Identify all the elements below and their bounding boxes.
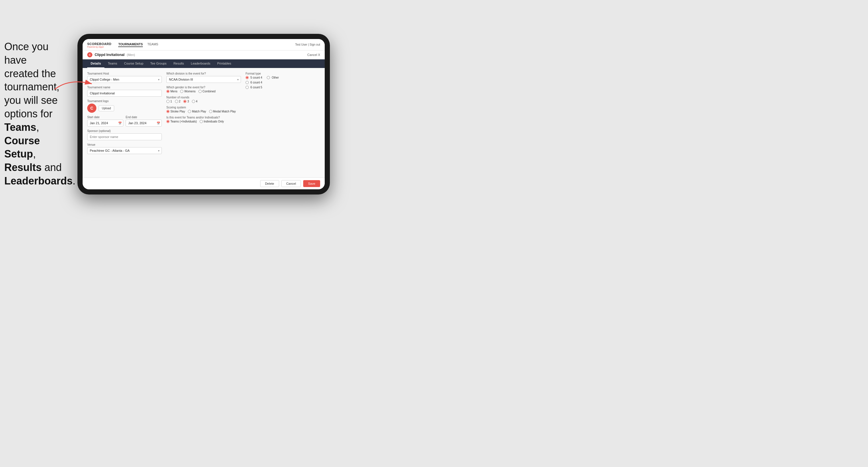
format-5count4-label: 5 count 4 bbox=[250, 76, 262, 79]
rounds-1[interactable]: 1 bbox=[166, 100, 172, 103]
gender-womens-label: Womens bbox=[184, 90, 195, 93]
instruction-text: Once you have created the tournament, yo… bbox=[0, 40, 69, 188]
logo-sub: Powered by clippd bbox=[87, 46, 111, 48]
form-col-1: Tournament Host Clippd College - Men Tou… bbox=[87, 72, 162, 154]
rounds-2[interactable]: 2 bbox=[175, 100, 181, 103]
form-col-3: Format type 5 count 4 Other bbox=[246, 72, 320, 154]
tabs-bar: Details Teams Course Setup Tee Groups Re… bbox=[83, 59, 325, 68]
scoring-stroke-label: Stroke Play bbox=[170, 110, 185, 113]
division-label: Which division is the event for? bbox=[166, 72, 241, 75]
content-area: Tournament Host Clippd College - Men Tou… bbox=[83, 68, 325, 178]
tab-teams[interactable]: Teams bbox=[104, 59, 121, 68]
format-other-label: Other bbox=[272, 76, 279, 79]
gender-womens[interactable]: Womens bbox=[180, 90, 195, 93]
tab-course-setup[interactable]: Course Setup bbox=[121, 59, 147, 68]
format-6count5[interactable]: 6 count 5 bbox=[246, 86, 320, 89]
format-other-radio[interactable] bbox=[267, 76, 270, 79]
gender-mens-radio[interactable] bbox=[166, 90, 169, 93]
sponsor-input[interactable] bbox=[87, 133, 162, 140]
tournament-host-select[interactable]: Clippd College - Men bbox=[87, 76, 162, 83]
individuals-only[interactable]: Individuals Only bbox=[199, 120, 224, 123]
cancel-button[interactable]: Cancel bbox=[281, 180, 301, 187]
start-date-label: Start date bbox=[87, 116, 123, 119]
rounds-label: Number of rounds bbox=[166, 96, 241, 99]
rounds-group: Number of rounds 1 2 bbox=[166, 96, 241, 103]
tournament-name-label: Tournament name bbox=[87, 86, 162, 89]
rounds-2-label: 2 bbox=[179, 100, 181, 103]
format-label: Format type bbox=[246, 72, 320, 75]
start-date-input[interactable] bbox=[87, 120, 123, 126]
delete-button[interactable]: Delete bbox=[260, 180, 279, 187]
format-6count4-radio[interactable] bbox=[246, 81, 249, 84]
scoring-stroke[interactable]: Stroke Play bbox=[166, 110, 185, 113]
nav-teams[interactable]: TEAMS bbox=[148, 42, 158, 47]
format-group: Format type 5 count 4 Other bbox=[246, 72, 320, 89]
gender-combined-radio[interactable] bbox=[198, 90, 202, 93]
gender-womens-radio[interactable] bbox=[180, 90, 183, 93]
user-nav[interactable]: Test User | Sign out bbox=[295, 43, 320, 46]
tournament-logo-group: Tournament logo C Upload bbox=[87, 99, 162, 113]
start-date-group: Start date 📅 bbox=[87, 116, 123, 126]
gender-mens[interactable]: Mens bbox=[166, 90, 177, 93]
tab-tee-groups[interactable]: Tee Groups bbox=[147, 59, 170, 68]
scoring-medal-radio[interactable] bbox=[209, 110, 212, 113]
teams-radio-group: Teams (+Individuals) Individuals Only bbox=[166, 120, 241, 123]
teams-plus-radio[interactable] bbox=[166, 120, 169, 123]
rounds-1-label: 1 bbox=[170, 100, 172, 103]
venue-select-wrapper: Peachtree GC - Atlanta - GA bbox=[87, 147, 162, 154]
scoring-match[interactable]: Match Play bbox=[188, 110, 206, 113]
format-radio-group: 5 count 4 Other 6 count 4 bbox=[246, 76, 320, 89]
upload-button[interactable]: Upload bbox=[99, 105, 114, 111]
rounds-4[interactable]: 4 bbox=[192, 100, 198, 103]
gender-combined-label: Combined bbox=[203, 90, 216, 93]
tab-leaderboards[interactable]: Leaderboards bbox=[187, 59, 214, 68]
scoring-radio-group: Stroke Play Match Play Medal Match Play bbox=[166, 110, 241, 113]
tournament-host-select-wrapper: Clippd College - Men bbox=[87, 76, 162, 83]
tablet-screen: SCOREBOARD Powered by clippd TOURNAMENTS… bbox=[83, 39, 325, 189]
venue-select[interactable]: Peachtree GC - Atlanta - GA bbox=[87, 147, 162, 154]
rounds-4-radio[interactable] bbox=[192, 100, 195, 103]
tournament-host-group: Tournament Host Clippd College - Men bbox=[87, 72, 162, 83]
logo-text: SCOREBOARD bbox=[87, 42, 111, 45]
end-date-input[interactable] bbox=[126, 120, 162, 126]
scoring-group: Scoring system Stroke Play Match Play bbox=[166, 106, 241, 113]
scoring-medal[interactable]: Medal Match Play bbox=[209, 110, 236, 113]
individuals-only-radio[interactable] bbox=[199, 120, 203, 123]
venue-label: Venue bbox=[87, 143, 162, 146]
rounds-2-radio[interactable] bbox=[175, 100, 178, 103]
bottom-actions: Delete Cancel Save bbox=[83, 178, 325, 189]
rounds-3-label: 3 bbox=[187, 100, 189, 103]
tab-results[interactable]: Results bbox=[170, 59, 188, 68]
format-6count4[interactable]: 6 count 4 bbox=[246, 81, 320, 84]
gender-label: Which gender is the event for? bbox=[166, 86, 241, 89]
save-button[interactable]: Save bbox=[303, 180, 320, 187]
scoring-stroke-radio[interactable] bbox=[166, 110, 169, 113]
rounds-1-radio[interactable] bbox=[166, 100, 169, 103]
division-select-wrapper: NCAA Division III bbox=[166, 76, 241, 83]
cancel-header-button[interactable]: Cancel X bbox=[307, 53, 320, 57]
rounds-4-label: 4 bbox=[196, 100, 198, 103]
format-6count5-radio[interactable] bbox=[246, 86, 249, 89]
teams-plus-individuals[interactable]: Teams (+Individuals) bbox=[166, 120, 197, 123]
tab-printables[interactable]: Printables bbox=[214, 59, 235, 68]
scoring-match-radio[interactable] bbox=[188, 110, 191, 113]
format-5count4-radio[interactable] bbox=[246, 76, 249, 79]
start-date-wrapper: 📅 bbox=[87, 120, 123, 126]
tournament-logo-label: Tournament logo bbox=[87, 99, 162, 103]
tab-details[interactable]: Details bbox=[87, 59, 104, 68]
tournament-header: C Clippd Invitational (Men) Cancel X bbox=[83, 51, 325, 59]
format-other[interactable]: Other bbox=[267, 76, 279, 79]
format-5count4[interactable]: 5 count 4 bbox=[246, 76, 262, 79]
tournament-name-input[interactable] bbox=[87, 90, 162, 97]
tournament-name-group: Tournament name bbox=[87, 86, 162, 97]
gender-combined[interactable]: Combined bbox=[198, 90, 216, 93]
format-row-1: 5 count 4 Other bbox=[246, 76, 320, 79]
gender-group: Which gender is the event for? Mens Wome… bbox=[166, 86, 241, 93]
division-select[interactable]: NCAA Division III bbox=[166, 76, 241, 83]
nav-tournaments[interactable]: TOURNAMENTS bbox=[118, 42, 143, 47]
teams-label: Is this event for Teams and/or Individua… bbox=[166, 116, 241, 119]
rounds-3-radio[interactable] bbox=[183, 100, 186, 103]
tablet-device: SCOREBOARD Powered by clippd TOURNAMENTS… bbox=[78, 34, 330, 194]
rounds-3[interactable]: 3 bbox=[183, 100, 189, 103]
rounds-radio-group: 1 2 3 4 bbox=[166, 100, 241, 103]
